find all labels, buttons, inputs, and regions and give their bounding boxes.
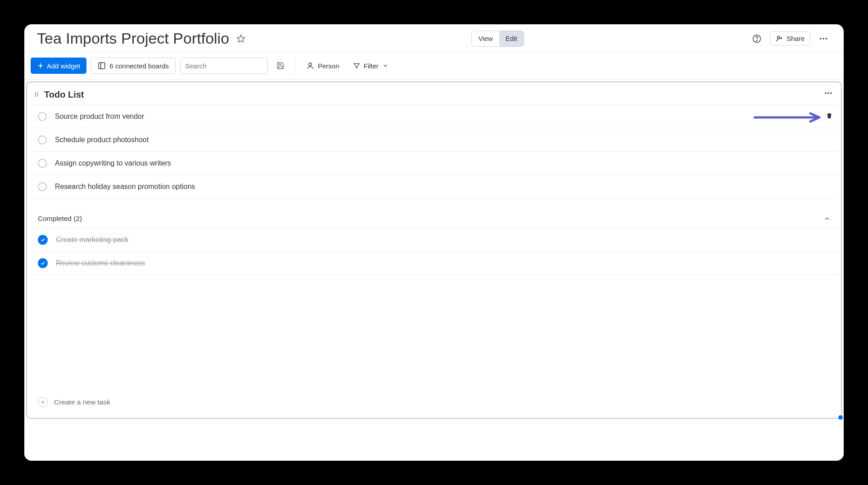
todo-label: Schedule product photoshoot xyxy=(55,136,149,144)
person-filter-button[interactable]: Person xyxy=(302,58,344,74)
create-task-label: Create a new task xyxy=(54,398,110,406)
svg-marker-0 xyxy=(237,35,245,42)
todo-checkbox[interactable] xyxy=(38,182,47,191)
create-task-button[interactable]: Create a new task xyxy=(31,391,837,413)
search-field[interactable] xyxy=(180,58,268,74)
drag-handle[interactable] xyxy=(33,91,40,98)
todo-checkbox-checked[interactable] xyxy=(38,235,48,245)
arrow-annotation xyxy=(754,112,821,123)
view-edit-toggle: View Edit xyxy=(471,31,524,47)
svg-point-14 xyxy=(35,95,36,96)
person-label: Person xyxy=(318,62,339,70)
resize-handle[interactable] xyxy=(837,414,844,421)
help-button[interactable] xyxy=(749,31,764,46)
share-button[interactable]: Share xyxy=(770,31,810,45)
header-center: View Edit xyxy=(246,31,749,47)
todo-checkbox[interactable] xyxy=(38,159,47,168)
header-bar: Tea Imports Project Portfolio View Edit … xyxy=(24,24,844,52)
view-mode-button[interactable]: View xyxy=(472,31,499,46)
todo-label: Source product from vendor xyxy=(55,112,144,121)
todo-item[interactable]: Research holiday season promotion option… xyxy=(31,175,837,198)
help-icon xyxy=(752,34,761,43)
todo-label: Assign copywriting to various writers xyxy=(55,159,171,167)
check-icon xyxy=(40,260,45,266)
svg-rect-7 xyxy=(99,63,105,69)
todo-item[interactable]: Source product from vendor xyxy=(31,105,837,128)
widget-area: Todo List Source product from vendor xyxy=(24,80,844,461)
todo-item[interactable]: Schedule product photoshoot xyxy=(31,128,837,152)
completed-item[interactable]: Review customs clearances xyxy=(31,251,837,275)
plus-circle-icon xyxy=(38,397,48,407)
save-icon xyxy=(276,62,285,70)
svg-point-17 xyxy=(827,92,829,94)
filter-button[interactable]: Filter xyxy=(348,58,393,74)
svg-point-2 xyxy=(756,40,757,40)
more-horizontal-icon xyxy=(818,34,828,44)
svg-point-18 xyxy=(830,92,832,94)
todo-checkbox-checked[interactable] xyxy=(38,258,48,268)
svg-point-4 xyxy=(820,38,822,40)
completed-section: Completed (2) Create marketing pack xyxy=(31,210,837,275)
todo-item[interactable]: Assign copywriting to various writers xyxy=(31,152,837,175)
app-window: Tea Imports Project Portfolio View Edit … xyxy=(24,24,844,461)
svg-point-12 xyxy=(35,94,36,95)
todo-checkbox[interactable] xyxy=(38,112,47,121)
completed-toggle[interactable]: Completed (2) xyxy=(31,210,837,228)
svg-point-16 xyxy=(825,92,827,94)
svg-point-10 xyxy=(35,92,36,93)
check-icon xyxy=(40,237,45,242)
more-horizontal-icon xyxy=(824,89,833,98)
widget-title: Todo List xyxy=(44,90,84,100)
filter-icon xyxy=(353,62,360,69)
trash-icon xyxy=(826,112,833,119)
svg-point-15 xyxy=(37,95,38,96)
chevron-up-icon xyxy=(824,216,830,222)
todo-checkbox[interactable] xyxy=(38,135,47,144)
toolbar-divider xyxy=(295,58,295,74)
search-input[interactable] xyxy=(185,62,271,70)
svg-point-13 xyxy=(37,94,38,95)
completed-header-label: Completed (2) xyxy=(38,215,82,223)
header-right: Share xyxy=(749,31,831,46)
todo-label: Review customs clearances xyxy=(56,259,145,267)
widget-more-button[interactable] xyxy=(824,89,833,100)
plus-icon xyxy=(37,62,44,69)
svg-point-9 xyxy=(309,63,312,66)
header-more-button[interactable] xyxy=(816,31,831,46)
toolbar: Add widget 6 connected boards Person Fil… xyxy=(24,52,844,80)
add-widget-button[interactable]: Add widget xyxy=(31,58,86,74)
todo-body: Source product from vendor Schedule prod… xyxy=(27,105,841,418)
save-view-button[interactable] xyxy=(272,58,289,74)
connected-boards-button[interactable]: 6 connected boards xyxy=(91,58,176,74)
favorite-star-button[interactable] xyxy=(235,33,246,44)
completed-item[interactable]: Create marketing pack xyxy=(31,228,837,251)
svg-point-11 xyxy=(37,92,38,93)
svg-point-3 xyxy=(778,36,780,39)
page-title: Tea Imports Project Portfolio xyxy=(37,30,229,47)
svg-point-6 xyxy=(826,38,827,40)
share-label: Share xyxy=(787,35,805,42)
person-icon xyxy=(306,62,314,70)
todo-label: Research holiday season promotion option… xyxy=(55,183,195,191)
filter-label: Filter xyxy=(364,62,379,70)
connected-boards-label: 6 connected boards xyxy=(109,62,169,70)
todo-list-widget: Todo List Source product from vendor xyxy=(26,81,842,419)
delete-task-button[interactable] xyxy=(826,112,833,121)
widget-header: Todo List xyxy=(27,82,841,105)
add-widget-label: Add widget xyxy=(47,62,80,70)
share-icon xyxy=(776,35,783,42)
drag-icon xyxy=(33,91,40,98)
board-icon xyxy=(98,62,106,70)
svg-point-5 xyxy=(823,38,824,40)
chevron-down-icon xyxy=(382,63,389,69)
edit-mode-button[interactable]: Edit xyxy=(499,31,524,46)
star-icon xyxy=(236,34,245,43)
todo-label: Create marketing pack xyxy=(56,236,128,244)
